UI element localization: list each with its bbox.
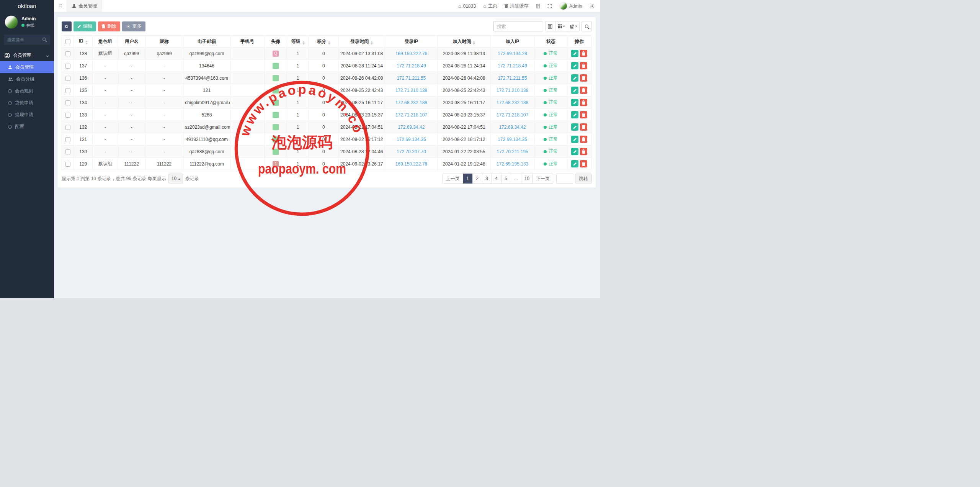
login_ip-link[interactable]: 172.69.34.42	[398, 125, 425, 130]
sort-icon[interactable]	[328, 41, 330, 45]
delete-row-button[interactable]	[580, 87, 587, 94]
edit-row-button[interactable]	[571, 148, 578, 155]
delete-row-button[interactable]	[580, 160, 587, 167]
login_ip-link[interactable]: 172.69.134.35	[397, 137, 426, 142]
edit-row-button[interactable]	[571, 62, 578, 69]
nav-clear-cache[interactable]: 清除缓存	[505, 3, 528, 9]
row-checkbox[interactable]	[65, 149, 70, 154]
col-level[interactable]: 等级	[287, 36, 309, 48]
jump-button[interactable]: 跳转	[575, 174, 592, 184]
col-id[interactable]: ID	[74, 36, 93, 48]
refresh-icon	[64, 24, 69, 29]
edit-row-button[interactable]	[571, 136, 578, 143]
sidebar-item-withdrawal-applications[interactable]: 提现申请	[0, 109, 54, 121]
sidebar-toggle-button[interactable]: ≡	[54, 0, 67, 12]
nav-home-link[interactable]: ⌂ 主页	[483, 3, 497, 9]
join_ip-link[interactable]: 172.69.34.42	[499, 125, 526, 130]
refresh-button[interactable]	[62, 21, 72, 31]
login_ip-link[interactable]: 172.71.211.55	[397, 75, 426, 81]
table-search-input[interactable]	[493, 21, 543, 31]
edit-row-button[interactable]	[571, 50, 578, 57]
delete-button[interactable]: 删除	[98, 21, 120, 31]
row-checkbox[interactable]	[65, 137, 70, 142]
fullscreen-button[interactable]	[547, 4, 552, 8]
login_ip-link[interactable]: 169.150.222.76	[395, 161, 427, 167]
row-checkbox[interactable]	[65, 88, 70, 93]
sidebar-item-member-management[interactable]: 会员管理	[0, 61, 54, 73]
sort-icon[interactable]	[85, 41, 88, 44]
page-button-4[interactable]: 4	[492, 174, 501, 184]
select-all-checkbox[interactable]	[65, 39, 70, 44]
columns-button[interactable]: ▾	[555, 21, 567, 31]
col-score[interactable]: 积分	[309, 36, 338, 48]
join_ip-link[interactable]: 172.69.195.133	[497, 161, 528, 167]
join_ip-link[interactable]: 172.68.232.188	[497, 100, 528, 105]
export-button[interactable]: ▾	[567, 21, 580, 31]
join_ip-link[interactable]: 172.70.211.195	[497, 149, 528, 154]
edit-row-button[interactable]	[571, 160, 578, 167]
login_ip-link[interactable]: 172.71.210.138	[395, 88, 427, 93]
prev-page-button[interactable]: 上一页	[443, 174, 463, 184]
edit-row-button[interactable]	[571, 111, 578, 118]
row-checkbox[interactable]	[65, 162, 70, 167]
delete-row-button[interactable]	[580, 62, 587, 69]
tab-member-management[interactable]: 会员管理	[67, 0, 102, 12]
avatar	[273, 149, 279, 155]
page-button-5[interactable]: 5	[501, 174, 511, 184]
col-join_time[interactable]: 加入时间	[438, 36, 490, 48]
sidebar-item-member-management-parent[interactable]: 会员管理	[0, 49, 54, 61]
nav-user-menu[interactable]: Admin	[559, 2, 582, 10]
join_ip-link[interactable]: 172.71.218.49	[498, 63, 527, 69]
delete-row-button[interactable]	[580, 111, 587, 118]
nav-site-code[interactable]: ⌂ 01833	[458, 3, 476, 9]
edit-row-button[interactable]	[571, 123, 578, 131]
row-checkbox[interactable]	[65, 64, 70, 69]
edit-row-button[interactable]	[571, 74, 578, 82]
sidebar-item-member-rules[interactable]: 会员规则	[0, 85, 54, 97]
changelog-button[interactable]	[536, 4, 540, 8]
join_ip-link[interactable]: 172.71.211.55	[498, 75, 527, 81]
row-checkbox[interactable]	[65, 51, 70, 56]
delete-row-button[interactable]	[580, 50, 587, 57]
col-login_time[interactable]: 登录时间	[339, 36, 385, 48]
detail-view-button[interactable]	[545, 21, 555, 31]
more-button[interactable]: 更多	[122, 21, 145, 31]
login_ip-link[interactable]: 172.68.232.188	[395, 100, 427, 105]
jump-page-input[interactable]	[556, 174, 573, 184]
page-size-select[interactable]: 10 ▴	[168, 174, 183, 184]
sort-icon[interactable]	[473, 41, 475, 45]
settings-cogs-button[interactable]	[590, 3, 595, 9]
row-checkbox[interactable]	[65, 125, 70, 130]
join_ip-link[interactable]: 172.69.134.28	[498, 51, 527, 56]
page-button-3[interactable]: 3	[482, 174, 492, 184]
login_ip-link[interactable]: 172.71.218.49	[397, 63, 426, 69]
sort-icon[interactable]	[302, 41, 305, 45]
row-checkbox[interactable]	[65, 113, 70, 118]
sidebar-item-member-groups[interactable]: 会员分组	[0, 73, 54, 85]
page-button-10[interactable]: 10	[521, 174, 533, 184]
sort-icon[interactable]	[371, 41, 373, 45]
login_ip-link[interactable]: 172.70.207.70	[397, 149, 426, 154]
search-submit-button[interactable]	[581, 21, 592, 31]
delete-row-button[interactable]	[580, 99, 587, 106]
join_ip-link[interactable]: 172.71.218.107	[497, 112, 528, 118]
edit-row-button[interactable]	[571, 87, 578, 94]
row-checkbox[interactable]	[65, 100, 70, 105]
login_ip-link[interactable]: 169.150.222.76	[395, 51, 427, 56]
col-select[interactable]	[62, 36, 74, 48]
join_ip-link[interactable]: 172.69.134.35	[498, 137, 527, 142]
sidebar-item-loan-applications[interactable]: 贷款申请	[0, 97, 54, 109]
join_ip-link[interactable]: 172.71.210.138	[497, 88, 528, 93]
edit-button[interactable]: 编辑	[74, 21, 96, 31]
row-checkbox[interactable]	[65, 76, 70, 81]
delete-row-button[interactable]	[580, 123, 587, 131]
delete-row-button[interactable]	[580, 136, 587, 143]
login_ip-link[interactable]: 172.71.218.107	[395, 112, 427, 118]
delete-row-button[interactable]	[580, 148, 587, 155]
next-page-button[interactable]: 下一页	[532, 174, 553, 184]
delete-row-button[interactable]	[580, 74, 587, 82]
page-button-1[interactable]: 1	[463, 174, 473, 184]
sidebar-item-config[interactable]: 配置	[0, 121, 54, 133]
edit-row-button[interactable]	[571, 99, 578, 106]
page-button-2[interactable]: 2	[472, 174, 482, 184]
